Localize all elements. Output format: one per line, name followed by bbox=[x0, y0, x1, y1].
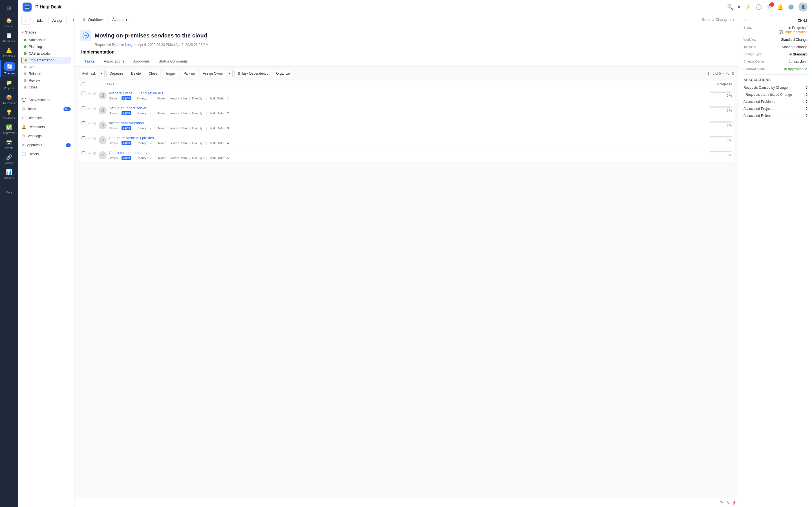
sidebar-item-releases[interactable]: 🏷 Releases bbox=[18, 114, 74, 122]
delete-task-4-icon[interactable]: 🗑 bbox=[93, 136, 96, 140]
tab-status-comments[interactable]: Status Comments bbox=[154, 57, 192, 66]
search-icon[interactable]: 🔍 bbox=[727, 4, 733, 10]
task-3-name[interactable]: Initiate data migration bbox=[109, 121, 702, 125]
task-1-checkbox[interactable] bbox=[81, 92, 86, 95]
nav-item-approvals[interactable]: ✅ Approvals bbox=[0, 122, 18, 137]
nav-item-requests[interactable]: 📋 Requests bbox=[0, 30, 18, 45]
tab-tasks[interactable]: Tasks bbox=[80, 57, 99, 66]
edit-task-2-icon[interactable]: ✏ bbox=[88, 107, 91, 111]
assets-icon: 🗃️ bbox=[6, 139, 12, 145]
diamond-icon[interactable]: ♦ bbox=[738, 4, 741, 10]
close-task-button[interactable]: Close bbox=[146, 70, 161, 77]
assign-owner-button[interactable]: Assign Owner bbox=[200, 70, 227, 77]
assign-owner-dropdown[interactable]: ▾ bbox=[227, 70, 233, 77]
assign-owner-group: Assign Owner ▾ bbox=[200, 70, 233, 77]
trigger-button[interactable]: Trigger bbox=[162, 70, 179, 77]
nav-item-assets[interactable]: 🗃️ Assets bbox=[0, 137, 18, 152]
select-all-checkbox[interactable] bbox=[81, 82, 86, 86]
edit-task-4-icon[interactable]: ✏ bbox=[88, 136, 91, 140]
stage-close[interactable]: Close bbox=[21, 84, 71, 91]
edit-task-5-icon[interactable]: ✏ bbox=[88, 151, 91, 156]
requester-link[interactable]: Jake Long bbox=[117, 43, 133, 47]
grid-menu-icon[interactable]: ⊞ bbox=[5, 3, 13, 13]
nav-item-home[interactable]: 🏠 Home bbox=[0, 15, 18, 30]
delete-task-5-icon[interactable]: 🗑 bbox=[93, 151, 96, 156]
assign-button[interactable]: Assign bbox=[49, 17, 67, 24]
id-value: CH-17 bbox=[798, 18, 808, 22]
sidebar-item-history[interactable]: 🕐 History bbox=[18, 150, 74, 159]
nav-item-reports[interactable]: 📊 Reports bbox=[0, 167, 18, 182]
organize2-button[interactable]: Organize bbox=[273, 70, 293, 77]
nav-prev-icon[interactable]: ‹ bbox=[730, 17, 731, 22]
workflow-button[interactable]: ⚙ Workflow bbox=[79, 16, 106, 23]
stage-uat[interactable]: UAT bbox=[21, 64, 71, 70]
task-1-status-badge: Open bbox=[121, 96, 131, 100]
task-2-checkbox[interactable] bbox=[81, 107, 86, 110]
stage-cab-evaluation[interactable]: CAB Evaluation bbox=[21, 50, 71, 57]
task-1-name[interactable]: Prepare Office 365 and Azure AD bbox=[109, 91, 702, 95]
table-row: ✏ 🗑 JJ Check the data integrity Status :… bbox=[79, 148, 734, 163]
nav-prev-task[interactable]: ‹ bbox=[705, 71, 706, 75]
search-task-icon[interactable]: 🔍 bbox=[725, 71, 730, 75]
tab-associations[interactable]: Associations bbox=[99, 57, 129, 66]
task-4-name[interactable]: Configure Azure AD proxies bbox=[109, 136, 702, 140]
notification-icon[interactable]: 📩 1 bbox=[766, 4, 772, 10]
bell-icon[interactable]: 🔔 bbox=[777, 4, 783, 10]
stage-implementation[interactable]: Implementation bbox=[21, 57, 71, 64]
tasks-area: Add Task ▾ Organize Delete Close Trigger… bbox=[74, 66, 739, 498]
table-row: ✏ 🗑 JJ Prepare Office 365 and Azure AD S… bbox=[79, 88, 734, 103]
stage-submission[interactable]: Submission bbox=[21, 37, 71, 43]
add-task-dropdown[interactable]: ▾ bbox=[99, 70, 105, 77]
columns-icon[interactable]: ⊞ bbox=[731, 71, 734, 75]
task-5-name[interactable]: Check the data integrity bbox=[109, 151, 702, 155]
sidebar-item-approvals[interactable]: ✔ Approvals 6 bbox=[18, 140, 74, 150]
close-button[interactable]: Close bbox=[69, 17, 74, 24]
stage-planning[interactable]: Planning bbox=[21, 43, 71, 50]
approved-dot bbox=[784, 68, 786, 70]
delete-task-1-icon[interactable]: 🗑 bbox=[93, 92, 96, 96]
sidebar-item-conversations[interactable]: 💬 Conversations bbox=[18, 96, 74, 105]
task-5-checkbox[interactable] bbox=[81, 151, 86, 155]
task-4-checkbox[interactable] bbox=[81, 136, 86, 140]
stage-release[interactable]: Release bbox=[21, 70, 71, 77]
zoom-icon[interactable]: ⊙ bbox=[719, 500, 723, 505]
due-label-4: Due By : bbox=[192, 142, 204, 145]
clock-icon[interactable]: 🕐 bbox=[756, 4, 762, 10]
nav-item-problems[interactable]: ⚠️ Problems bbox=[0, 45, 18, 60]
nav-item-more[interactable]: ··· More bbox=[0, 182, 18, 196]
nav-item-changes[interactable]: 🔄 Changes bbox=[0, 60, 18, 77]
edit-mode-icon[interactable]: ✎ bbox=[726, 500, 730, 505]
settings-icon[interactable]: ⚙️ bbox=[788, 4, 794, 10]
nav-item-releases[interactable]: 📦 Releases bbox=[0, 92, 18, 107]
edit-task-3-icon[interactable]: ✏ bbox=[88, 121, 91, 126]
tab-approvals[interactable]: Approvals bbox=[129, 57, 154, 66]
nav-item-projects[interactable]: 📁 Projects bbox=[0, 77, 18, 92]
dot-cab-eval bbox=[24, 52, 27, 55]
expand-requests-icon[interactable]: › bbox=[744, 93, 744, 96]
nav-next-icon[interactable]: › bbox=[733, 17, 734, 22]
task-dependency-button[interactable]: ⊞ Task Dependency bbox=[234, 70, 271, 77]
task-2-name[interactable]: Set up an ingest server bbox=[109, 106, 702, 110]
delete-task-2-icon[interactable]: 🗑 bbox=[93, 107, 96, 111]
organize-button[interactable]: Organize bbox=[106, 70, 126, 77]
lightning-icon[interactable]: ⚡ bbox=[745, 4, 751, 10]
nav-item-cmdb[interactable]: 🔗 CMDB bbox=[0, 152, 18, 167]
edit-button[interactable]: Edit bbox=[33, 17, 46, 24]
delete-button[interactable]: Delete bbox=[128, 70, 144, 77]
sidebar-item-tasks[interactable]: ☑ Tasks 0/5 bbox=[18, 105, 74, 114]
right-panel: ID CH-17 Status In Progress / 🔄 Implemen… bbox=[739, 14, 812, 507]
delete-task-3-icon[interactable]: 🗑 bbox=[93, 121, 96, 126]
approval-status-label: Approval Status bbox=[744, 67, 765, 70]
sidebar-item-reminders[interactable]: 🔔 Reminders bbox=[18, 122, 74, 131]
back-button[interactable]: ← bbox=[21, 17, 31, 24]
actions-button[interactable]: Actions ▾ bbox=[109, 16, 131, 23]
stage-review[interactable]: Review bbox=[21, 77, 71, 84]
task-3-checkbox[interactable] bbox=[81, 121, 86, 125]
sidebar-item-worklogs[interactable]: ⏱ Worklogs bbox=[18, 131, 74, 140]
pickup-button[interactable]: Pick up bbox=[181, 70, 198, 77]
user-avatar[interactable]: 👤 bbox=[799, 3, 808, 11]
nav-next-task[interactable]: › bbox=[723, 71, 724, 75]
edit-task-1-icon[interactable]: ✏ bbox=[88, 92, 91, 96]
add-task-button[interactable]: Add Task bbox=[79, 70, 99, 77]
nav-item-solutions[interactable]: 💡 Solutions bbox=[0, 107, 18, 122]
